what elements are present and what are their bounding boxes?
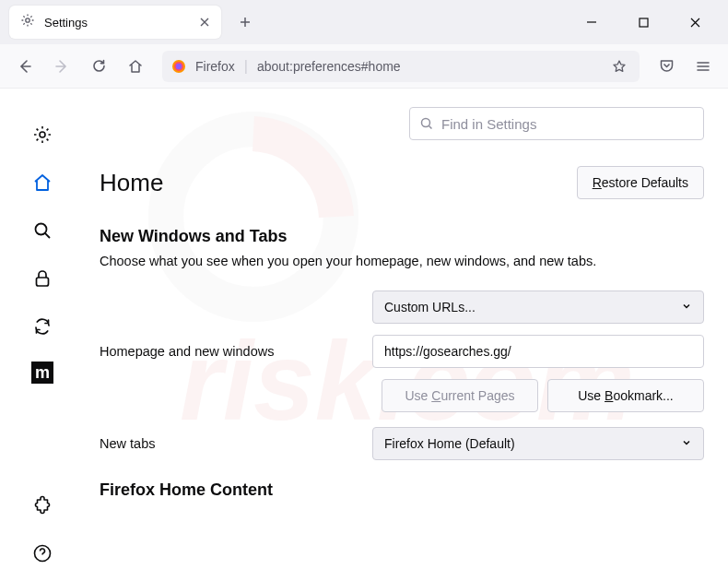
- urlbar-identity-label: Firefox: [195, 59, 235, 74]
- tab-title: Settings: [44, 16, 190, 30]
- back-button[interactable]: [9, 51, 41, 82]
- chevron-down-icon: [681, 436, 692, 451]
- sidebar-privacy-icon[interactable]: [29, 266, 55, 291]
- window-close-button[interactable]: [680, 7, 710, 37]
- newtabs-label: New tabs: [100, 436, 358, 451]
- urlbar-separator: |: [244, 58, 248, 75]
- tab-strip: Settings: [0, 0, 728, 44]
- settings-search-box[interactable]: [409, 107, 704, 140]
- svg-point-8: [36, 224, 47, 235]
- homepage-url-input[interactable]: [372, 335, 704, 368]
- page-title: Home: [100, 169, 577, 197]
- navigation-toolbar: Firefox | about:preferences#home: [0, 44, 728, 89]
- svg-point-2: [26, 18, 29, 22]
- homepage-mode-select[interactable]: Custom URLs...: [372, 290, 704, 324]
- sidebar-general-icon[interactable]: [29, 122, 55, 148]
- forward-button[interactable]: [46, 51, 77, 82]
- pocket-button[interactable]: [651, 51, 682, 82]
- search-icon: [419, 116, 434, 131]
- chevron-down-icon: [681, 300, 692, 314]
- section-new-windows-title: New Windows and Tabs: [100, 227, 704, 246]
- new-tab-button[interactable]: [230, 7, 260, 37]
- minimize-button[interactable]: [577, 7, 606, 37]
- newtabs-mode-select[interactable]: Firefox Home (Default): [372, 427, 704, 460]
- svg-point-6: [176, 63, 182, 68]
- section-new-windows-desc: Choose what you see when you open your h…: [100, 254, 704, 268]
- maximize-button[interactable]: [628, 7, 658, 37]
- use-current-pages-button[interactable]: Use Current Pages: [382, 379, 538, 412]
- gear-icon: [20, 13, 35, 31]
- sidebar-more-mozilla[interactable]: m: [31, 362, 53, 384]
- newtabs-mode-value: Firefox Home (Default): [384, 436, 515, 451]
- homepage-mode-value: Custom URLs...: [384, 300, 476, 314]
- urlbar-url: about:preferences#home: [257, 59, 603, 74]
- settings-tab[interactable]: Settings: [9, 6, 221, 39]
- section-firefox-home-content-title: Firefox Home Content: [100, 480, 704, 500]
- settings-sidebar: m: [0, 89, 85, 581]
- use-bookmark-button[interactable]: Use Bookmark...: [547, 379, 704, 412]
- svg-rect-9: [37, 278, 49, 286]
- home-button[interactable]: [120, 51, 151, 82]
- sidebar-home-icon[interactable]: [29, 170, 55, 196]
- sidebar-extensions-icon[interactable]: [29, 492, 55, 518]
- svg-rect-3: [640, 18, 648, 27]
- url-bar[interactable]: Firefox | about:preferences#home: [162, 51, 640, 82]
- restore-defaults-button[interactable]: Restore Defaults: [577, 166, 704, 199]
- app-menu-button[interactable]: [687, 51, 719, 82]
- sidebar-search-icon[interactable]: [29, 218, 55, 243]
- firefox-identity-icon: [171, 59, 186, 74]
- svg-point-7: [40, 132, 45, 137]
- sidebar-sync-icon[interactable]: [29, 314, 55, 339]
- sidebar-help-icon[interactable]: [29, 540, 55, 566]
- settings-main: Home Restore Defaults New Windows and Ta…: [85, 89, 728, 581]
- bookmark-star-icon[interactable]: [612, 59, 627, 74]
- reload-button[interactable]: [83, 51, 114, 82]
- svg-point-11: [422, 119, 430, 127]
- close-icon[interactable]: [199, 17, 210, 28]
- homepage-label: Homepage and new windows: [100, 344, 358, 359]
- settings-search-input[interactable]: [441, 116, 694, 132]
